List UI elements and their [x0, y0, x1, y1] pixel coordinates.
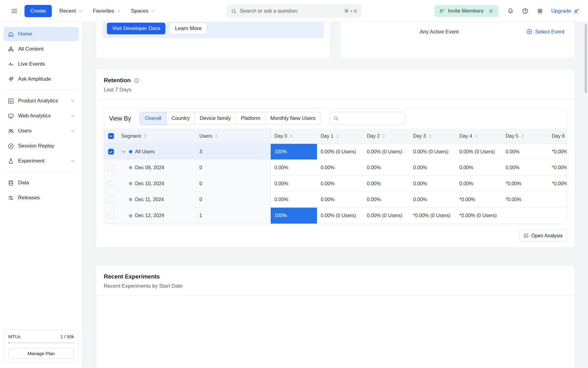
- table-row[interactable]: Dec 10, 202400.00%0.00%0.00%0.00%0.00%*0…: [104, 176, 567, 192]
- retention-header: Retention Last 7 Days: [96, 69, 575, 99]
- cell-segment: Dec 11, 2024: [118, 192, 196, 208]
- sidebar-item-home[interactable]: Home: [4, 27, 79, 41]
- sidebar-item-experiment[interactable]: Experiment: [4, 154, 79, 168]
- header-cell-select: [104, 128, 118, 144]
- table-row[interactable]: Dec 11, 202400.00%0.00%0.00%0.00%*0.00%*…: [104, 192, 567, 208]
- bar-chart-icon: [523, 233, 529, 238]
- invite-members-button[interactable]: Invite Members: [434, 5, 499, 17]
- mtus-progress-fill: [8, 342, 9, 343]
- sidebar-item-users[interactable]: Users: [4, 124, 79, 138]
- cell-select: [104, 208, 118, 224]
- data-icon: [8, 180, 14, 186]
- chevron-down-icon: [117, 9, 121, 13]
- row-checkbox[interactable]: [108, 149, 114, 155]
- hamburger-menu-button[interactable]: [8, 5, 21, 17]
- main-content: Visit Developer Docs Learn More Any Acti…: [83, 22, 588, 368]
- help-button[interactable]: [519, 5, 532, 17]
- select-event-link[interactable]: Select Event: [526, 29, 564, 35]
- header-cell-day-1: Day 1: [317, 128, 363, 144]
- retention-subtitle: Last 7 Days: [104, 87, 567, 93]
- learn-more-button[interactable]: Learn More: [169, 23, 207, 34]
- chevron-down-icon: [70, 99, 75, 103]
- cell-day-6: [548, 208, 567, 224]
- column-label: Day 1: [321, 133, 334, 139]
- cell-day-2: 0.00%: [363, 192, 409, 208]
- active-event-card: Any Active Event Select Event: [340, 22, 575, 59]
- scrollbar-thumb[interactable]: [585, 24, 587, 93]
- row-checkbox[interactable]: [108, 197, 114, 202]
- cell-day-3: 0.00%: [409, 176, 456, 192]
- sort-icon[interactable]: [428, 134, 432, 138]
- sort-icon[interactable]: [215, 134, 218, 138]
- open-analysis-button[interactable]: Open Analysis: [519, 230, 567, 241]
- table-row[interactable]: Dec 12, 20241100%0.00% (0 Users)0.00% (0…: [104, 208, 567, 224]
- cell-day-1: 0.00%: [317, 192, 363, 208]
- sort-icon[interactable]: [336, 134, 339, 138]
- dismiss-invite-icon[interactable]: [488, 8, 494, 14]
- cell-select: [104, 160, 118, 176]
- series-dot: [129, 214, 132, 217]
- mtus-label: MTUs: [8, 334, 21, 339]
- sidebar-item-product-analytics[interactable]: Product Analytics: [4, 94, 79, 108]
- sort-icon[interactable]: [290, 134, 293, 138]
- table-row[interactable]: All Users3100%0.00% (0 Users)0.00% (0 Us…: [104, 144, 567, 160]
- cell-users: 0: [196, 176, 271, 192]
- tab-country[interactable]: Country: [166, 112, 195, 125]
- topbar-right: Invite Members Upgrade: [434, 5, 580, 17]
- tab-platform[interactable]: Platform: [236, 112, 265, 125]
- sidebar-item-ask-amplitude[interactable]: Ask Amplitude: [4, 72, 79, 86]
- help-icon: [522, 8, 529, 14]
- sort-icon[interactable]: [382, 134, 386, 138]
- cell-day-6: *0.00%: [548, 176, 567, 192]
- cell-select: [104, 176, 118, 192]
- sidebar-item-data[interactable]: Data: [4, 176, 79, 190]
- settings-button[interactable]: [533, 5, 546, 17]
- cell-day-5: *0.00%: [502, 192, 548, 208]
- cell-day-2: 0.00% (0 Users): [363, 208, 409, 224]
- info-icon[interactable]: [134, 78, 140, 83]
- global-search[interactable]: ⌘ + K: [226, 4, 362, 18]
- cell-day-0: 0.00%: [271, 160, 317, 176]
- row-checkbox[interactable]: [108, 213, 114, 219]
- sort-icon[interactable]: [143, 134, 147, 138]
- sidebar-item-label: Ask Amplitude: [18, 76, 51, 82]
- sidebar-item-label: Live Events: [18, 61, 45, 67]
- sort-icon[interactable]: [475, 134, 478, 138]
- notifications-button[interactable]: [504, 5, 517, 17]
- sidebar-item-web-analytics[interactable]: Web Analytics: [4, 109, 79, 123]
- sort-icon[interactable]: [521, 134, 524, 138]
- sidebar-item-label: Product Analytics: [18, 98, 58, 104]
- sidebar-item-all-content[interactable]: All Content: [4, 42, 79, 56]
- select-all-checkbox[interactable]: [108, 133, 114, 139]
- upgrade-link[interactable]: Upgrade: [551, 8, 580, 14]
- segment-search-input[interactable]: [341, 116, 395, 121]
- column-label: Day 0: [274, 133, 287, 139]
- menu-spaces[interactable]: Spaces: [126, 5, 160, 17]
- series-dot: [129, 198, 132, 201]
- tab-monthly-new-users[interactable]: Monthly New Users: [265, 112, 321, 125]
- sidebar-item-label: Session Replay: [18, 143, 54, 149]
- row-checkbox[interactable]: [108, 165, 114, 171]
- sidebar-item-live-events[interactable]: Live Events: [4, 57, 79, 71]
- segment-search[interactable]: [329, 112, 405, 125]
- header-cell-day-2: Day 2: [363, 128, 409, 144]
- create-button[interactable]: Create: [24, 5, 52, 17]
- tab-device-family[interactable]: Device family: [194, 112, 236, 125]
- cell-day-5: *0.00%: [502, 176, 548, 192]
- search-input[interactable]: [240, 8, 341, 14]
- tab-overall[interactable]: Overall: [140, 112, 167, 125]
- sidebar-item-session-replay[interactable]: Session Replay: [4, 139, 79, 153]
- visit-developer-docs-button[interactable]: Visit Developer Docs: [107, 23, 165, 34]
- table-row[interactable]: Dec 09, 202400.00%0.00%0.00%0.00%0.00%0.…: [104, 160, 567, 176]
- header-cell-users: Users: [196, 128, 271, 144]
- expand-row-icon[interactable]: [121, 149, 126, 154]
- row-checkbox[interactable]: [108, 181, 114, 186]
- mtus-progress-track: [8, 342, 74, 343]
- menu-recent[interactable]: Recent: [54, 5, 88, 17]
- manage-plan-button[interactable]: Manage Plan: [8, 348, 74, 358]
- cell-day-1: 0.00% (0 Users): [317, 208, 363, 224]
- upgrade-label: Upgrade: [551, 8, 571, 14]
- sidebar-item-releases[interactable]: Releases: [4, 191, 79, 205]
- menu-favorites[interactable]: Favorites: [88, 5, 126, 17]
- cell-day-4: 0.00%: [456, 176, 502, 192]
